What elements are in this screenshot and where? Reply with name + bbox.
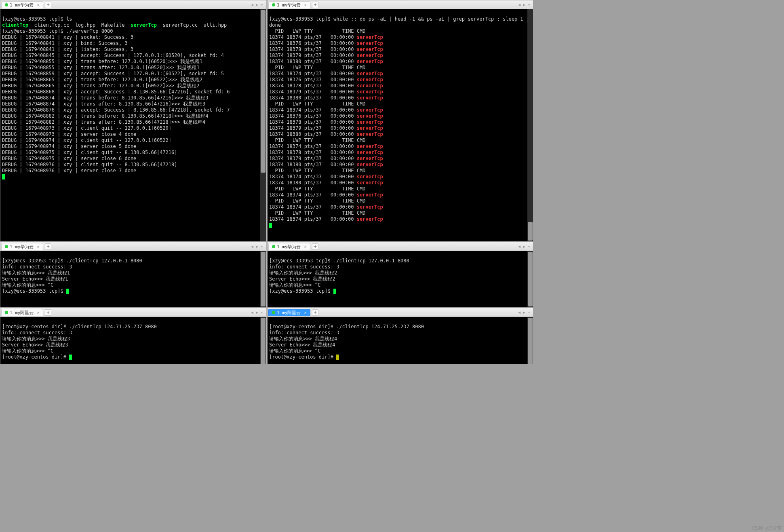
ps-row: 18374 18374 pts/37 00:00:00 (269, 192, 357, 198)
ps-proc: serverTcp (357, 71, 383, 76)
cmd: done (269, 22, 281, 28)
terminal[interactable]: [xzy@ecs-333953 tcp]$ while :; do ps -aL… (268, 9, 533, 241)
tab-session[interactable]: 1 my华为云× (1, 1, 43, 8)
close-icon[interactable]: × (37, 310, 40, 315)
next-tab-icon[interactable]: ▶ (522, 2, 526, 7)
tab-list-icon[interactable]: ▾ (260, 244, 264, 249)
log-line: DEBUG | 1679408882 | xzy | trans after: … (2, 119, 205, 125)
scroll-thumb[interactable] (261, 318, 266, 364)
scroll-thumb[interactable] (261, 252, 266, 306)
ps-proc: serverTcp (357, 95, 383, 101)
prev-tab-icon[interactable]: ◀ (517, 310, 521, 315)
ps-proc: serverTcp (357, 162, 383, 167)
log-line: DEBUG | 1679408874 | xzy | trans after: … (2, 101, 205, 107)
tab-session[interactable]: 1 my华为云× (268, 243, 310, 250)
add-tab-button[interactable]: + (312, 309, 318, 316)
cmd: ./clientTcp 127.0.0.1 8080 (66, 258, 142, 264)
tab-list-icon[interactable]: ▾ (260, 310, 264, 315)
ps-row: 18374 18374 pts/37 00:00:00 (269, 34, 357, 40)
tab-nav: ◀▶▾ (250, 244, 265, 249)
prev-tab-icon[interactable]: ◀ (250, 244, 254, 249)
status-dot-icon (5, 3, 8, 6)
add-tab-button[interactable]: + (45, 243, 51, 250)
ps-row: 18374 18379 pts/37 00:00:00 (269, 53, 357, 58)
output: Server Echo>>> 我是线程4 (269, 342, 335, 348)
terminal[interactable]: [xzy@ecs-333953 tcp]$ ./clientTcp 127.0.… (268, 251, 533, 307)
next-tab-icon[interactable]: ▶ (255, 244, 259, 249)
ps-proc: serverTcp (357, 216, 383, 222)
tab-list-icon[interactable]: ▾ (527, 244, 531, 249)
log-line: DEBUG | 1679408975 | xzy | server close … (2, 156, 136, 161)
close-icon[interactable]: × (37, 2, 40, 8)
log-line: DEBUG | 1679408882 | xzy | trans before:… (2, 113, 208, 119)
ps-proc: serverTcp (357, 119, 383, 125)
terminal[interactable]: [root@xzy-centos dir]# ./clientTcp 124.7… (0, 317, 266, 364)
status-dot-icon (5, 245, 8, 248)
next-tab-icon[interactable]: ▶ (255, 310, 259, 315)
cmd: ls (66, 16, 72, 22)
next-tab-icon[interactable]: ▶ (522, 244, 526, 249)
prompt: [root@xzy-centos dir]# (2, 354, 69, 360)
log-line: DEBUG | 1679408973 | xzy | client quit -… (2, 125, 171, 131)
ps-row: 18374 18374 pts/37 00:00:00 (269, 216, 357, 222)
ps-proc: serverTcp (357, 204, 383, 210)
prev-tab-icon[interactable]: ◀ (250, 310, 254, 315)
next-tab-icon[interactable]: ▶ (522, 310, 526, 315)
ps-row: 18374 18376 pts/37 00:00:00 (269, 113, 357, 119)
prompt: [root@xzy-centos dir]# (269, 354, 336, 360)
prompt: [xzy@ecs-333953 tcp]$ (269, 258, 333, 264)
scrollbar[interactable] (527, 251, 533, 307)
prev-tab-icon[interactable]: ◀ (250, 2, 254, 7)
log-line: DEBUG | 1679408855 | xzy | trans after: … (2, 65, 200, 70)
add-tab-button[interactable]: + (45, 2, 51, 8)
ps-proc: serverTcp (357, 125, 383, 131)
close-icon[interactable]: × (37, 244, 40, 249)
log-line: DEBUG | 1679408868 | xzy | accept: Succe… (2, 89, 230, 95)
output: info: connect success: 3 (269, 330, 339, 336)
tab-session[interactable]: 1 my阿里云× (1, 309, 43, 316)
log-line: DEBUG | 1679408859 | xzy | accept: Succe… (2, 71, 224, 76)
add-tab-button[interactable]: + (312, 243, 318, 250)
ps-header: PID LWP TTY TIME CMD (269, 168, 365, 173)
scroll-thumb[interactable] (528, 222, 533, 241)
output: 请输入你的消息>>> ^C (269, 282, 320, 288)
scrollbar[interactable] (260, 9, 266, 241)
prev-tab-icon[interactable]: ◀ (517, 2, 521, 7)
close-icon[interactable]: × (304, 310, 307, 315)
next-tab-icon[interactable]: ▶ (255, 2, 259, 7)
tab-session[interactable]: 1 my华为云× (1, 243, 43, 250)
tabbar: 1 my华为云× + ◀▶▾ (0, 242, 266, 251)
scrollbar[interactable] (527, 317, 533, 364)
output: 请输入你的消息>>> 我是线程2 (269, 270, 337, 276)
close-icon[interactable]: × (304, 244, 307, 249)
tab-label: 1 my阿里云 (10, 310, 34, 316)
scroll-thumb[interactable] (528, 318, 533, 364)
scrollbar[interactable] (260, 317, 266, 364)
ps-header: PID LWP TTY TIME CMD (269, 198, 365, 204)
scroll-thumb[interactable] (261, 10, 266, 173)
tabbar: 1 my华为云× + ◀▶▾ (268, 0, 533, 9)
pane-mid-left: 1 my华为云× + ◀▶▾ [xzy@ecs-333953 tcp]$ ./c… (0, 242, 267, 308)
terminal[interactable]: [root@xzy-centos dir]# ./clientTcp 124.7… (268, 317, 533, 364)
tab-list-icon[interactable]: ▾ (260, 2, 264, 7)
add-tab-button[interactable]: + (45, 309, 51, 316)
tabbar: 1 my阿里云× + ◀▶▾ (268, 308, 533, 317)
tab-list-icon[interactable]: ▾ (527, 310, 531, 315)
add-tab-button[interactable]: + (312, 2, 318, 8)
scrollbar[interactable] (260, 251, 266, 307)
terminal[interactable]: [xzy@ecs-333953 tcp]$ ./clientTcp 127.0.… (0, 251, 266, 307)
tab-session[interactable]: 1 my阿里云× (268, 309, 310, 316)
prev-tab-icon[interactable]: ◀ (517, 244, 521, 249)
scrollbar[interactable] (527, 9, 533, 241)
ls-files: clientTcp.cc log.hpp Makefile (28, 22, 131, 28)
log-line: DEBUG | 1679408976 | xzy | server close … (2, 168, 136, 173)
ps-proc: serverTcp (357, 150, 383, 155)
scroll-thumb[interactable] (528, 252, 533, 306)
ps-proc: serverTcp (357, 156, 383, 161)
close-icon[interactable]: × (304, 2, 307, 8)
tab-session[interactable]: 1 my华为云× (268, 1, 310, 8)
tab-list-icon[interactable]: ▾ (527, 2, 531, 7)
terminal[interactable]: [xzy@ecs-333953 tcp]$ ls clientTcp clien… (0, 9, 266, 241)
ps-proc: serverTcp (357, 131, 383, 137)
tab-label: 1 my华为云 (10, 244, 34, 250)
